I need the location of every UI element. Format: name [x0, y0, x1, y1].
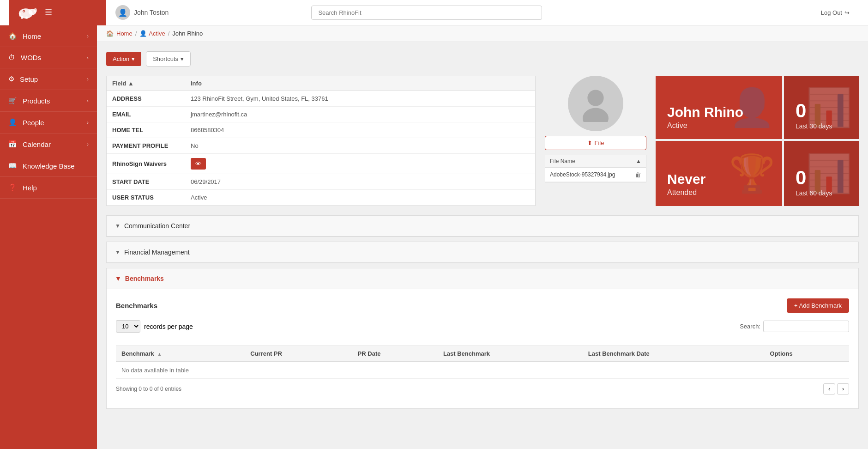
view-waiver-button[interactable]: 👁: [191, 158, 206, 170]
benchmarks-section-header[interactable]: ▼ Benchmarks: [107, 268, 858, 289]
table-row: RhinoSign Waivers 👁: [107, 154, 535, 174]
sort-icon: ▲: [157, 352, 162, 357]
breadcrumb-home-link[interactable]: Home: [116, 30, 133, 37]
logout-button[interactable]: Log Out ↪: [821, 9, 850, 16]
chevron-right-icon: ›: [87, 55, 89, 61]
knowledge-base-icon: 📖: [8, 162, 17, 170]
financial-management-section: ▼ Financial Management: [106, 242, 859, 263]
col-pr-date: PR Date: [352, 346, 438, 362]
file-list-box: File Name ▲ AdobeStock-95327934.jpg 🗑: [545, 155, 646, 182]
last-30-count: 0: [796, 101, 847, 121]
benchmarks-title: Benchmarks: [116, 302, 157, 309]
records-per-page-row: 10 25 50 records per page: [116, 320, 193, 333]
sidebar-item-help[interactable]: ❓ Help: [0, 177, 97, 199]
records-per-page-select[interactable]: 10 25 50: [116, 320, 140, 333]
logout-label: Log Out: [821, 9, 842, 16]
table-row: USER STATUS Active: [107, 190, 535, 206]
table-row: START DATE 06/29/2017: [107, 174, 535, 190]
sidebar-label-wods: WODs: [21, 54, 41, 61]
user-name-label: John Toston: [134, 9, 169, 16]
sidebar-item-wods[interactable]: ⏱ WODs ›: [0, 47, 97, 68]
member-name-stat: John Rhino: [667, 104, 771, 120]
chevron-right-icon: ›: [87, 76, 89, 82]
chevron-right-icon: ›: [87, 98, 89, 103]
file-list-header: File Name ▲: [545, 155, 646, 168]
action-dropdown-icon: ▾: [132, 55, 135, 62]
setup-icon: ⚙: [8, 75, 14, 83]
sidebar-item-knowledge-base[interactable]: 📖 Knowledge Base: [0, 155, 97, 177]
financial-management-label: Financial Management: [124, 249, 190, 256]
sidebar-item-people[interactable]: 👤 People ›: [0, 112, 97, 133]
next-page-button[interactable]: ›: [837, 383, 849, 394]
sidebar-item-home[interactable]: 🏠 Home ›: [0, 25, 97, 47]
shortcuts-button[interactable]: Shortcuts ▾: [146, 51, 191, 67]
col-options: Options: [765, 346, 849, 362]
svg-point-4: [34, 8, 37, 12]
breadcrumb: 🏠 Home / 👤 Active / John Rhino: [97, 25, 868, 42]
col-benchmark: Benchmark ▲: [116, 346, 245, 362]
action-bar: Action ▾ Shortcuts ▾: [106, 51, 859, 67]
communication-center-header[interactable]: ▼ Communication Center: [107, 216, 858, 237]
col-current-pr: Current PR: [245, 346, 352, 362]
sidebar-label-products: Products: [23, 97, 50, 105]
field-value: No: [185, 138, 535, 154]
stat-card-attended: 🏆 Never Attended: [656, 141, 782, 206]
chevron-right-icon: ›: [87, 141, 89, 147]
sidebar-item-setup[interactable]: ⚙ Setup ›: [0, 68, 97, 90]
col-field: Field ▲: [107, 76, 185, 91]
financial-management-header[interactable]: ▼ Financial Management: [107, 242, 858, 263]
breadcrumb-current: John Rhino: [172, 30, 203, 37]
user-info: 👤 John Toston: [115, 5, 169, 20]
search-row: Search:: [740, 321, 849, 332]
search-input[interactable]: [311, 6, 542, 20]
field-value: Active: [185, 190, 535, 206]
field-label: HOME TEL: [107, 122, 185, 138]
prev-page-button[interactable]: ‹: [823, 383, 835, 394]
add-benchmark-button[interactable]: + Add Benchmark: [787, 298, 849, 313]
file-name-col-label: File Name: [550, 158, 575, 164]
col-info: Info: [185, 76, 535, 91]
field-value: 👁: [185, 154, 535, 174]
benchmarks-table: Benchmark ▲ Current PR PR Date Last Benc…: [116, 346, 849, 379]
svg-point-9: [583, 108, 609, 122]
benchmarks-section: ▼ Benchmarks Benchmarks + Add Benchmark …: [106, 268, 859, 409]
info-table: Field ▲ Info ADDRESS 123 RhinoFit Street…: [107, 76, 535, 206]
rhino-logo: [16, 5, 39, 21]
chevron-down-icon: ▼: [115, 249, 121, 255]
page-content: Action ▾ Shortcuts ▾ Field ▲: [97, 42, 868, 423]
calendar-icon: 📅: [8, 140, 17, 148]
svg-rect-5: [19, 12, 21, 16]
sidebar-label-people: People: [23, 119, 44, 127]
person-icon-breadcrumb: 👤: [139, 30, 147, 37]
chevron-right-icon: ›: [87, 33, 89, 39]
shortcuts-dropdown-icon: ▾: [181, 55, 184, 62]
breadcrumb-active-link[interactable]: 👤 Active: [139, 30, 165, 37]
info-panel: Field ▲ Info ADDRESS 123 RhinoFit Street…: [106, 76, 536, 206]
records-per-page-label: records per page: [144, 323, 193, 330]
action-button[interactable]: Action ▾: [106, 52, 141, 66]
sidebar-label-setup: Setup: [20, 75, 38, 83]
home-icon: 🏠: [8, 32, 17, 40]
file-list-item: AdobeStock-95327934.jpg 🗑: [545, 168, 646, 182]
user-avatar: 👤: [115, 5, 130, 20]
file-button[interactable]: ⬆ File: [545, 136, 646, 150]
benchmark-search-input[interactable]: [763, 321, 849, 332]
col-last-benchmark-date: Last Benchmark Date: [583, 346, 765, 362]
sidebar-item-products[interactable]: 🛒 Products ›: [0, 90, 97, 112]
chevron-right-icon: ›: [87, 120, 89, 125]
hamburger-icon[interactable]: ☰: [45, 7, 52, 18]
svg-point-7: [23, 10, 24, 12]
communication-center-section: ▼ Communication Center: [106, 215, 859, 237]
search-box-container: [311, 6, 542, 20]
svg-point-8: [587, 90, 603, 106]
help-icon: ❓: [8, 183, 17, 192]
breadcrumb-sep-1: /: [135, 30, 137, 37]
delete-file-button[interactable]: 🗑: [635, 171, 641, 178]
breadcrumb-active-label: Active: [149, 30, 165, 37]
stats-row-bottom: 🏆 Never Attended 📊 0 Last 60 days: [656, 141, 859, 206]
breadcrumb-sep-2: /: [168, 30, 170, 37]
svg-rect-2: [21, 16, 23, 19]
sidebar-item-calendar[interactable]: 📅 Calendar ›: [0, 133, 97, 155]
benchmarks-toolbar: 10 25 50 records per page Search:: [116, 320, 849, 339]
last-60-label: Last 60 days: [796, 189, 847, 197]
